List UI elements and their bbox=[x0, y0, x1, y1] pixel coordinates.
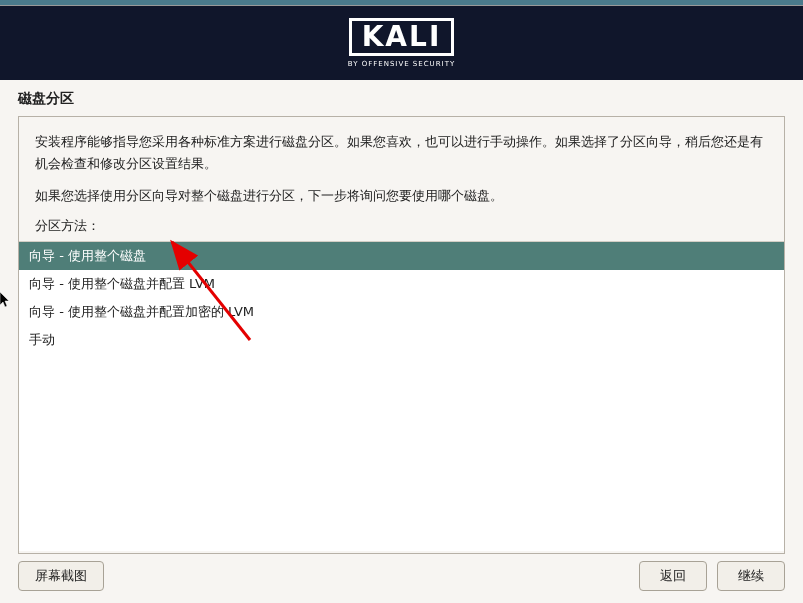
option-guided-lvm[interactable]: 向导 - 使用整个磁盘并配置 LVM bbox=[19, 270, 784, 298]
content-panel: 安装程序能够指导您采用各种标准方案进行磁盘分区。如果您喜欢，也可以进行手动操作。… bbox=[18, 116, 785, 554]
logo-main-text: KALI bbox=[349, 18, 455, 56]
option-guided-encrypted-lvm[interactable]: 向导 - 使用整个磁盘并配置加密的 LVM bbox=[19, 298, 784, 326]
option-guided-whole-disk[interactable]: 向导 - 使用整个磁盘 bbox=[19, 242, 784, 270]
logo-sub-text: BY OFFENSIVE SECURITY bbox=[348, 60, 455, 68]
description-text-1: 安装程序能够指导您采用各种标准方案进行磁盘分区。如果您喜欢，也可以进行手动操作。… bbox=[19, 117, 784, 179]
option-manual[interactable]: 手动 bbox=[19, 326, 784, 354]
partition-method-list: 向导 - 使用整个磁盘 向导 - 使用整个磁盘并配置 LVM 向导 - 使用整个… bbox=[19, 241, 784, 551]
kali-logo: KALI BY OFFENSIVE SECURITY bbox=[348, 18, 455, 68]
partition-method-label: 分区方法： bbox=[19, 211, 784, 237]
back-button[interactable]: 返回 bbox=[639, 561, 707, 591]
header-banner: KALI BY OFFENSIVE SECURITY bbox=[0, 6, 803, 80]
continue-button[interactable]: 继续 bbox=[717, 561, 785, 591]
description-text-2: 如果您选择使用分区向导对整个磁盘进行分区，下一步将询问您要使用哪个磁盘。 bbox=[19, 179, 784, 211]
button-bar: 屏幕截图 返回 继续 bbox=[0, 551, 803, 603]
page-title: 磁盘分区 bbox=[0, 80, 803, 116]
cursor-icon bbox=[0, 292, 12, 311]
screenshot-button[interactable]: 屏幕截图 bbox=[18, 561, 104, 591]
